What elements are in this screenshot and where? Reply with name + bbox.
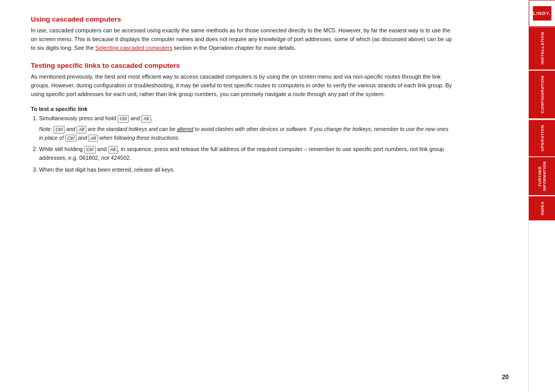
tab-configuration[interactable]: CONFIGURATION [529,70,556,118]
logo-text: LINDY. [533,11,551,16]
tab-installation[interactable]: INSTALLATION [529,27,556,69]
heading-testing-specific: Testing specific links to cascaded compu… [31,62,452,69]
section-testing-specific: Testing specific links to cascaded compu… [31,62,452,174]
alt-key-note2: Alt [88,135,98,142]
main-content: Using cascaded computers In use, cascade… [31,15,493,178]
para-testing-specific: As mentioned previously, the best and mo… [31,72,452,99]
link-selecting-cascaded[interactable]: Selecting cascaded computers [95,45,172,51]
heading-using-cascaded: Using cascaded computers [31,15,452,23]
logo-inner: LINDY. [533,6,551,21]
section-using-cascaded: Using cascaded computers In use, cascade… [31,15,452,52]
ctrl-key-note: Ctrl [53,126,65,134]
tab-further-information[interactable]: FURTHERINFORMATION [529,157,556,195]
step-1-note: Note: Ctrl and Alt are the standard hotk… [39,125,452,142]
step-2: While still holding Ctrl and Alt, in seq… [39,145,452,162]
page-number: 20 [502,374,509,381]
alt-key-note: Alt [77,126,86,134]
link-altered[interactable]: altered [177,126,193,132]
para-using-cascaded: In use, cascaded computers can be access… [31,26,452,52]
ctrl-key-1: Ctrl [118,115,129,123]
sidebar-tabs: INSTALLATION CONFIGURATION OPERATION FUR… [529,27,556,221]
steps-list: Simultaneously press and hold Ctrl and A… [39,114,452,174]
step-1-text: Simultaneously press and hold Ctrl and A… [39,115,153,121]
note-label: Note: [39,126,53,132]
step-1: Simultaneously press and hold Ctrl and A… [39,114,452,142]
tab-index[interactable]: INDEX [529,196,556,220]
step-3: When the last digit has been entered, re… [39,165,452,174]
tab-operation[interactable]: OPERATION [529,120,556,156]
right-sidebar: LINDY. INSTALLATION CONFIGURATION OPERAT… [528,0,555,392]
alt-key-2: Alt [108,146,118,154]
alt-key-1: Alt [141,115,151,123]
sub-heading-test-link: To test a specific link [31,106,452,112]
ctrl-key-2: Ctrl [84,146,96,154]
logo-box: LINDY. [529,0,556,27]
ctrl-key-note2: Ctrl [65,135,77,142]
